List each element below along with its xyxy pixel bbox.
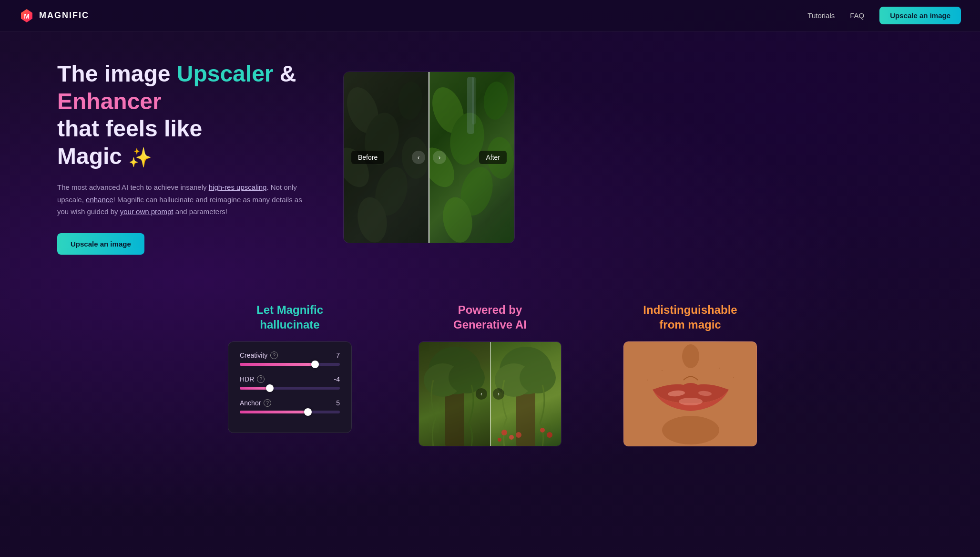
before-after-comparison: Before After ‹ › [343, 72, 515, 243]
hero-title-magic: Magic [57, 144, 122, 169]
logo-text: MAGNIFIC [39, 10, 89, 21]
feature-generative: Powered by Generative AI [399, 302, 581, 446]
hallucinate-title-line1: Let Magnific [256, 303, 323, 316]
nav-upscale-button[interactable]: Upscale an image [879, 7, 961, 24]
svg-point-29 [516, 432, 521, 438]
hdr-value: -4 [334, 375, 340, 383]
svg-point-36 [679, 398, 703, 405]
creativity-help-icon[interactable]: ? [270, 351, 278, 359]
anchor-label-text: Anchor [240, 399, 261, 407]
anchor-slider-fill [240, 411, 308, 413]
svg-point-40 [733, 377, 734, 378]
magic-title-line2: from magic [659, 318, 721, 331]
hdr-label-row: HDR ? -4 [240, 375, 340, 383]
svg-point-7 [397, 81, 424, 121]
before-label: Before [351, 151, 384, 164]
high-res-link[interactable]: high-res upscaling [209, 183, 267, 191]
hdr-slider-row: HDR ? -4 [240, 375, 340, 390]
svg-point-14 [482, 81, 510, 121]
hero-title-part2: & [274, 61, 296, 86]
creativity-label: Creativity ? [240, 351, 278, 359]
nav-links: Tutorials FAQ Upscale an image [807, 7, 961, 24]
hdr-slider-fill [240, 387, 270, 390]
forest-prev-button[interactable]: ‹ [476, 388, 487, 400]
after-label: After [479, 151, 507, 164]
comparison-prev-button[interactable]: ‹ [412, 151, 425, 164]
svg-point-28 [498, 438, 501, 442]
lips-image [623, 341, 757, 446]
enhance-link[interactable]: enhance [86, 196, 113, 204]
hdr-slider-thumb[interactable] [266, 384, 274, 392]
hero-section: The image Upscaler & Enhancer that feels… [0, 31, 980, 283]
anchor-value: 5 [336, 399, 340, 407]
hero-upscale-button[interactable]: Upscale an image [57, 233, 144, 255]
hdr-label-text: HDR [240, 375, 254, 383]
comparison-next-button[interactable]: › [433, 151, 446, 164]
prompt-link[interactable]: your own prompt [120, 207, 174, 216]
features-section: Let Magnific hallucinate Creativity ? 7 [0, 283, 980, 475]
feature-magic: Indistinguishable from magic [600, 302, 781, 446]
hallucinate-title: Let Magnific hallucinate [256, 302, 323, 332]
creativity-value: 7 [336, 351, 340, 359]
magnific-logo-icon: M [19, 8, 34, 23]
creativity-slider-thumb[interactable] [311, 361, 319, 368]
svg-point-27 [509, 435, 514, 440]
svg-point-39 [647, 380, 648, 381]
svg-point-25 [520, 362, 556, 393]
hero-description: The most advanced AI tech to achieve ins… [57, 181, 305, 218]
anchor-help-icon[interactable]: ? [264, 399, 271, 407]
hero-title-enhancer: Enhancer [57, 89, 162, 114]
svg-point-26 [501, 430, 507, 435]
tutorials-link[interactable]: Tutorials [807, 11, 835, 20]
svg-text:M: M [24, 12, 30, 20]
anchor-slider-thumb[interactable] [304, 408, 312, 416]
svg-point-30 [540, 428, 545, 433]
anchor-slider-track[interactable] [240, 411, 340, 413]
hero-title: The image Upscaler & Enhancer that feels… [57, 60, 305, 170]
hero-title-upscaler: Upscaler [177, 61, 274, 86]
hero-title-part3: that feels like [57, 116, 202, 141]
magic-title-line1: Indistinguishable [643, 303, 737, 316]
feature-hallucinate: Let Magnific hallucinate Creativity ? 7 [199, 302, 380, 433]
creativity-label-text: Creativity [240, 351, 267, 359]
svg-point-33 [682, 344, 699, 368]
hero-title-part1: The image [57, 61, 177, 86]
svg-point-31 [547, 432, 552, 438]
forest-divider [490, 342, 491, 446]
anchor-slider-row: Anchor ? 5 [240, 399, 340, 413]
creativity-slider-row: Creativity ? 7 [240, 351, 340, 366]
svg-rect-17 [472, 77, 476, 124]
creativity-slider-fill [240, 363, 315, 366]
hero-image-area: Before After ‹ › [343, 72, 524, 243]
creativity-slider-track[interactable] [240, 363, 340, 366]
creativity-panel: Creativity ? 7 HDR ? -4 [228, 341, 352, 433]
svg-point-37 [662, 370, 663, 371]
forest-next-button[interactable]: › [493, 388, 504, 400]
creativity-label-row: Creativity ? 7 [240, 351, 340, 359]
generative-title: Powered by Generative AI [453, 302, 527, 332]
svg-point-41 [662, 416, 719, 444]
anchor-label-row: Anchor ? 5 [240, 399, 340, 407]
generative-title-line1: Powered by [458, 303, 522, 316]
magic-sparkle-icon: ✨ [128, 147, 152, 168]
anchor-label: Anchor ? [240, 399, 271, 407]
logo[interactable]: M MAGNIFIC [19, 8, 89, 23]
lips-svg [624, 342, 757, 446]
hdr-slider-track[interactable] [240, 387, 340, 390]
generative-title-line2: Generative AI [453, 318, 527, 331]
generative-ai-image: ‹ › [419, 341, 561, 446]
navbar: M MAGNIFIC Tutorials FAQ Upscale an imag… [0, 0, 980, 31]
faq-link[interactable]: FAQ [850, 11, 864, 20]
svg-point-38 [719, 368, 720, 369]
hallucinate-title-line2: hallucinate [260, 318, 319, 331]
hdr-label: HDR ? [240, 375, 265, 383]
magic-title: Indistinguishable from magic [643, 302, 737, 332]
hero-content: The image Upscaler & Enhancer that feels… [57, 60, 305, 255]
hdr-help-icon[interactable]: ? [257, 375, 265, 383]
comparison-divider [429, 72, 429, 243]
